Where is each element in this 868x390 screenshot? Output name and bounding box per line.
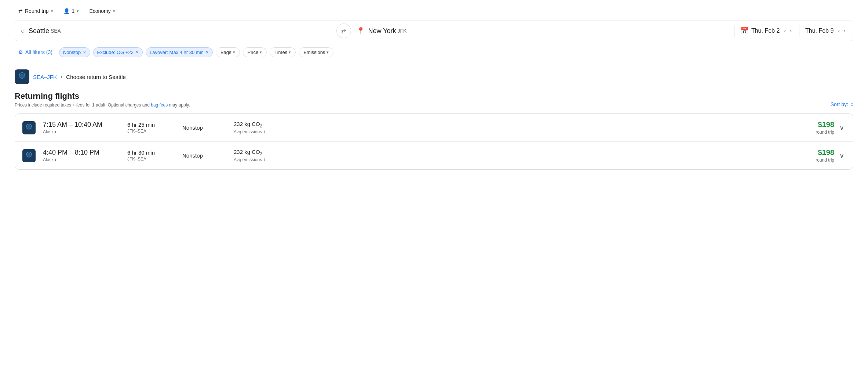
bags-filter-label: Bags [220,50,231,55]
flight-route-2: JFK–SEA [127,156,175,162]
passengers-count: 1 [72,8,75,14]
results-title-area: Returning flights Prices include require… [15,91,190,108]
swap-button[interactable]: ⇄ [336,24,351,38]
flight-times-2: 4:40 PM – 8:10 PM Alaska [43,149,116,162]
sort-icon: ↕ [850,101,853,108]
return-prev-button[interactable]: ‹ [836,26,841,36]
expand-icon-1: ∨ [839,124,844,131]
flight-stops-1: Nonstop [182,124,226,131]
results-section: Returning flights Prices include require… [0,89,868,170]
co2-sub-2: 2 [260,152,262,156]
departure-next-icon: › [790,28,792,34]
sort-by-label: Sort by: [831,101,848,107]
exclude-filter-chip[interactable]: Exclude: OG +22 × [93,47,143,57]
departure-date-nav: ‹ › [783,26,793,36]
destination-icon: 📍 [357,27,365,35]
bags-chevron: ▾ [233,50,235,55]
breadcrumb-arrow-icon: › [61,73,62,80]
flight-logo-1 [22,121,36,134]
subtitle-end: may apply. [169,102,190,108]
flight-times-1: 7:15 AM – 10:40 AM Alaska [43,121,116,134]
passengers-chevron: ▾ [77,9,79,14]
price-chevron: ▾ [260,50,262,55]
swap-icon: ⇄ [341,28,346,35]
breadcrumb-airline-logo [15,69,29,84]
flight-airline-2: Alaska [43,157,116,162]
emissions-filter-label: Emissions [303,50,325,55]
bag-fees-link[interactable]: bag fees [151,102,168,108]
layover-chip-label: Layover: Max 4 hr 30 min [150,50,204,55]
times-chevron: ▾ [289,50,291,55]
departure-date: Thu, Feb 2 [751,28,780,34]
cabin-class-chevron: ▾ [113,9,115,14]
price-sublabel-1: round trip [816,130,834,135]
svg-point-7 [26,126,32,129]
avg-emissions-1: Avg emissions ℹ [234,129,292,134]
results-header: Returning flights Prices include require… [15,91,853,108]
passengers-button[interactable]: 👤 1 ▾ [60,6,83,16]
cabin-class-label: Economy [89,8,110,14]
return-date: Thu, Feb 9 [805,28,834,34]
return-prev-icon: ‹ [838,28,840,34]
flight-stops-2: Nonstop [182,152,226,159]
exclude-remove-button[interactable]: × [136,50,139,55]
return-date-segment[interactable]: Thu, Feb 9 ‹ › [799,21,853,41]
all-filters-button[interactable]: ⚙ All filters (3) [15,47,56,57]
layover-filter-chip[interactable]: Layover: Max 4 hr 30 min × [146,47,213,57]
cabin-class-button[interactable]: Economy ▾ [85,6,118,16]
flight-route-1: JFK–SEA [127,129,175,134]
flight-price-1: $198 [816,120,834,129]
breadcrumb-area: SEA–JFK › Choose return to Seattle [0,62,868,89]
results-subtitle: Prices include required taxes + fees for… [15,102,190,108]
price-text-container-1: $198 round trip [816,120,834,135]
nonstop-remove-button[interactable]: × [83,50,86,55]
passengers-icon: 👤 [63,8,70,14]
flights-list: 7:15 AM – 10:40 AM Alaska 6 hr 25 min JF… [15,113,853,170]
return-next-button[interactable]: › [842,26,847,36]
flight-price-2: $198 [816,148,834,157]
breadcrumb-route-link[interactable]: SEA–JFK [33,74,57,80]
flight-duration-1: 6 hr 25 min JFK–SEA [127,122,175,134]
flight-row-1[interactable]: 7:15 AM – 10:40 AM Alaska 6 hr 25 min JF… [15,114,853,141]
bags-filter-button[interactable]: Bags ▾ [216,47,240,57]
origin-city: Seattle [29,27,49,35]
filter-sliders-icon: ⚙ [18,49,23,55]
origin-icon: ○ [21,27,25,35]
avg-emissions-2: Avg emissions ℹ [234,157,292,162]
destination-code: JFK [398,28,407,34]
departure-prev-icon: ‹ [784,28,786,34]
round-trip-button[interactable]: ⇄ Round trip ▾ [15,6,57,16]
sort-by-button[interactable]: Sort by: ↕ [831,101,853,108]
info-icon-1: ℹ [263,129,265,134]
avg-label-2: Avg emissions [234,157,262,162]
departure-date-segment[interactable]: 📅 Thu, Feb 2 ‹ › [734,21,799,41]
breadcrumb-current-text: Choose return to Seattle [66,74,126,80]
results-title: Returning flights [15,91,190,101]
flight-price-area-2: $198 round trip ∨ [816,148,846,163]
flight-emissions-2: 232 kg CO2 Avg emissions ℹ [234,149,292,162]
expand-button-1[interactable]: ∨ [838,122,846,133]
round-trip-chevron: ▾ [51,9,53,14]
co2-text-2: 232 kg CO2 [234,149,292,156]
emissions-filter-button[interactable]: Emissions ▾ [299,47,333,57]
price-text-container-2: $198 round trip [816,148,834,163]
expand-button-2[interactable]: ∨ [838,150,846,161]
nonstop-chip-label: Nonstop [63,50,81,55]
duration-text-1: 6 hr 25 min [127,122,175,128]
svg-point-3 [19,75,25,79]
departure-prev-button[interactable]: ‹ [783,26,787,36]
round-trip-label: Round trip [25,8,49,14]
departure-next-button[interactable]: › [788,26,793,36]
svg-point-11 [26,154,32,157]
origin-segment[interactable]: ○ Seattle SEA [15,21,337,41]
times-filter-button[interactable]: Times ▾ [270,47,296,57]
round-trip-icon: ⇄ [18,8,23,14]
flight-row-2[interactable]: 4:40 PM – 8:10 PM Alaska 6 hr 30 min JFK… [15,141,853,169]
nonstop-filter-chip[interactable]: Nonstop × [59,47,90,57]
return-date-nav: ‹ › [836,26,847,36]
layover-remove-button[interactable]: × [206,50,209,55]
flight-emissions-1: 232 kg CO2 Avg emissions ℹ [234,121,292,134]
price-filter-button[interactable]: Price ▾ [243,47,267,57]
flight-logo-2 [22,149,36,162]
destination-segment[interactable]: 📍 New York JFK [351,21,734,41]
